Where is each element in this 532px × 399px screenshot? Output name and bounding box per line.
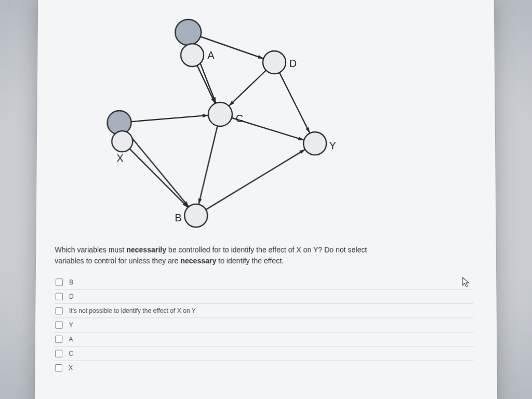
question-text: Which variables must necessarily be cont… [55, 245, 473, 266]
checkbox[interactable] [55, 364, 62, 371]
answer-options: BDIt's not possible to identify the effe… [54, 275, 474, 375]
option-label: C [69, 350, 472, 357]
svg-marker-5 [258, 55, 264, 59]
svg-line-8 [131, 115, 208, 122]
option-label: D [69, 293, 471, 300]
question-card: Consider the below causal diagram: ACDXB… [35, 0, 498, 399]
node-U1 [175, 19, 201, 45]
option-label: X [69, 364, 472, 371]
option-row[interactable]: D [55, 290, 474, 304]
option-label: It's not possible to identify the effect… [69, 307, 472, 314]
svg-line-24 [206, 150, 305, 210]
node-label-D: D [289, 58, 297, 69]
option-row[interactable]: B [55, 275, 473, 289]
node-C [208, 102, 232, 126]
checkbox[interactable] [56, 293, 63, 300]
checkbox[interactable] [56, 307, 63, 314]
option-row[interactable]: X [54, 361, 474, 375]
option-label: Y [69, 321, 472, 328]
svg-marker-17 [305, 127, 310, 133]
checkbox[interactable] [55, 336, 62, 343]
checkbox[interactable] [55, 350, 62, 357]
svg-line-10 [126, 132, 189, 207]
option-label: A [69, 336, 471, 343]
svg-marker-25 [299, 150, 305, 154]
checkbox[interactable] [55, 321, 62, 328]
node-label-A: A [207, 49, 215, 61]
svg-marker-19 [298, 137, 304, 140]
option-row[interactable]: Y [54, 318, 473, 332]
node-Y [303, 132, 326, 155]
svg-line-16 [280, 73, 310, 134]
node-A [181, 44, 204, 66]
node-D [263, 51, 286, 74]
option-row[interactable]: C [54, 347, 474, 361]
svg-line-12 [197, 65, 215, 103]
node-label-Y: Y [329, 140, 336, 151]
option-row[interactable]: A [54, 332, 474, 347]
node-B [184, 204, 207, 227]
node-label-X: X [116, 152, 123, 164]
causal-diagram: ACDXBY [59, 2, 347, 231]
option-label: B [69, 278, 471, 286]
svg-line-22 [129, 149, 188, 207]
svg-marker-21 [198, 198, 202, 205]
node-X [112, 131, 132, 152]
checkbox[interactable] [56, 278, 63, 286]
node-label-B: B [175, 212, 181, 223]
svg-line-20 [198, 126, 217, 204]
svg-line-14 [229, 70, 267, 106]
node-label-C: C [236, 113, 243, 124]
option-row[interactable]: It's not possible to identify the effect… [54, 304, 473, 318]
